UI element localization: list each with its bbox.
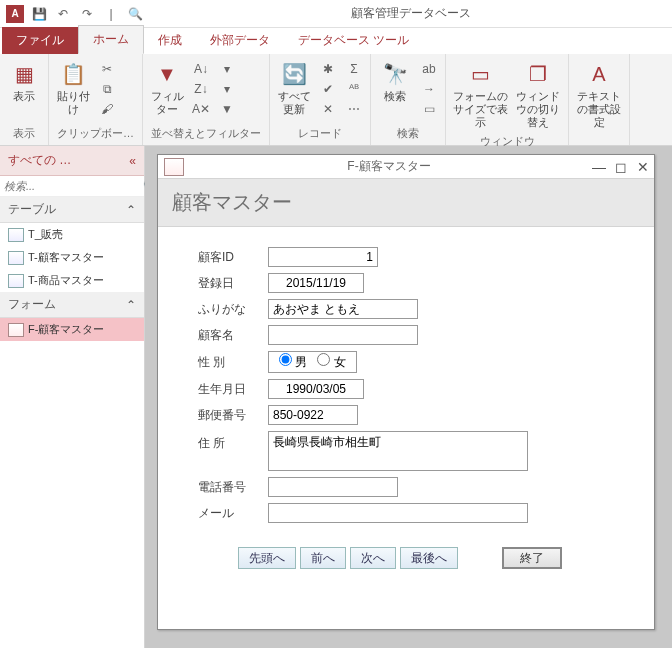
field-birth[interactable]	[268, 379, 364, 399]
find-button[interactable]: 🔭 検索	[375, 58, 415, 105]
tab-file[interactable]: ファイル	[2, 27, 78, 54]
more-icon[interactable]: ⋯	[344, 100, 364, 118]
tab-dbtools[interactable]: データベース ツール	[284, 27, 423, 54]
nav-header[interactable]: すべての … «	[0, 146, 144, 176]
gender-group: 男 女	[268, 351, 357, 373]
label-gender: 性 別	[198, 354, 268, 371]
ribbon: ▦ 表示 表示 📋 貼り付け ✂ ⧉ 🖌 クリップボー… ▼ フィルター	[0, 54, 672, 146]
copy-icon[interactable]: ⧉	[97, 80, 117, 98]
collapse-icon[interactable]: ⌃	[126, 203, 136, 217]
label-furigana: ふりがな	[198, 301, 268, 318]
last-button[interactable]: 最後へ	[400, 547, 458, 569]
switch-window-button[interactable]: ❐ ウィンドウの切り替え	[512, 58, 564, 132]
windows-icon: ❐	[524, 60, 552, 88]
field-regdate[interactable]	[268, 273, 364, 293]
refresh-icon: 🔄	[280, 60, 308, 88]
form-size-icon: ▭	[466, 60, 494, 88]
nav-table-sales[interactable]: T_販売	[0, 223, 144, 246]
label-mail: メール	[198, 505, 268, 522]
refresh-button[interactable]: 🔄 すべて更新	[274, 58, 314, 118]
next-button[interactable]: 次へ	[350, 547, 396, 569]
label-addr: 住 所	[198, 431, 268, 452]
format-painter-icon[interactable]: 🖌	[97, 100, 117, 118]
cut-icon[interactable]: ✂	[97, 60, 117, 78]
toggle-filter-icon[interactable]: ▼	[217, 100, 237, 118]
redo-icon[interactable]: ↷	[78, 5, 96, 23]
text-a-icon: A	[585, 60, 613, 88]
label-birth: 生年月日	[198, 381, 268, 398]
radio-female[interactable]: 女	[317, 353, 345, 371]
nav-group-forms[interactable]: フォーム ⌃	[0, 292, 144, 318]
nav-search[interactable]: 🔍	[0, 176, 144, 197]
maximize-button[interactable]: ◻	[610, 159, 632, 175]
fit-form-button[interactable]: ▭ フォームのサイズで表示	[450, 58, 510, 132]
filter-button[interactable]: ▼ フィルター	[147, 58, 187, 118]
record-nav-buttons: 先頭へ 前へ 次へ 最後へ 終了	[198, 529, 638, 569]
tab-external[interactable]: 外部データ	[196, 27, 284, 54]
undo-icon[interactable]: ↶	[54, 5, 72, 23]
form-icon	[164, 158, 184, 176]
form-window: F-顧客マスター — ◻ ✕ 顧客マスター 顧客ID 登録日 ふりがな	[157, 154, 655, 630]
nav-form-customer[interactable]: F-顧客マスター	[0, 318, 144, 341]
sort-asc-icon[interactable]: A↓	[191, 60, 211, 78]
titlebar: A 💾 ↶ ↷ | 🔍 顧客管理データベース	[0, 0, 672, 28]
field-tel[interactable]	[268, 477, 398, 497]
new-icon[interactable]: ✱	[318, 60, 338, 78]
group-find-label: 検索	[375, 124, 441, 143]
collapse-icon[interactable]: ⌃	[126, 298, 136, 312]
label-tel: 電話番号	[198, 479, 268, 496]
select-icon[interactable]: ▭	[419, 100, 439, 118]
clear-sort-icon[interactable]: A✕	[191, 100, 211, 118]
binoculars-icon: 🔭	[381, 60, 409, 88]
app-icon: A	[6, 5, 24, 23]
goto-icon[interactable]: →	[419, 80, 439, 98]
tab-home[interactable]: ホーム	[78, 25, 144, 54]
label-regdate: 登録日	[198, 275, 268, 292]
nav-table-customer[interactable]: T-顧客マスター	[0, 246, 144, 269]
field-mail[interactable]	[268, 503, 528, 523]
zoom-icon[interactable]: 🔍	[126, 5, 144, 23]
label-id: 顧客ID	[198, 249, 268, 266]
group-sort-label: 並べ替えとフィルター	[147, 124, 265, 143]
search-input[interactable]	[4, 180, 143, 192]
totals-icon[interactable]: Σ	[344, 60, 364, 78]
group-rec-label: レコード	[274, 124, 366, 143]
view-button[interactable]: ▦ 表示	[4, 58, 44, 105]
spelling-icon[interactable]: ᴬᴮ	[344, 80, 364, 98]
workspace: すべての … « 🔍 テーブル ⌃ T_販売 T-顧客マスター T-商品マスター…	[0, 146, 672, 648]
first-button[interactable]: 先頭へ	[238, 547, 296, 569]
tab-create[interactable]: 作成	[144, 27, 196, 54]
group-clip-label: クリップボー…	[53, 124, 138, 143]
field-addr[interactable]	[268, 431, 528, 471]
chevron-left-icon[interactable]: «	[129, 154, 136, 168]
form-body: 顧客ID 登録日 ふりがな 顧客名 性 別	[158, 227, 654, 579]
field-name[interactable]	[268, 325, 418, 345]
nav-table-product[interactable]: T-商品マスター	[0, 269, 144, 292]
advanced-icon[interactable]: ▾	[217, 80, 237, 98]
prev-button[interactable]: 前へ	[300, 547, 346, 569]
delete-icon[interactable]: ✕	[318, 100, 338, 118]
window-title: 顧客管理データベース	[150, 5, 672, 22]
clipboard-icon: 📋	[59, 60, 87, 88]
funnel-icon: ▼	[153, 60, 181, 88]
sort-desc-icon[interactable]: Z↓	[191, 80, 211, 98]
close-button[interactable]: ✕	[632, 159, 654, 175]
paste-button[interactable]: 📋 貼り付け	[53, 58, 93, 118]
selection-icon[interactable]: ▾	[217, 60, 237, 78]
label-zip: 郵便番号	[198, 407, 268, 424]
nav-group-tables[interactable]: テーブル ⌃	[0, 197, 144, 223]
form-header: 顧客マスター	[158, 179, 654, 227]
minimize-button[interactable]: —	[588, 159, 610, 175]
save-icon[interactable]: 💾	[30, 5, 48, 23]
field-furigana[interactable]	[268, 299, 418, 319]
text-format-button[interactable]: A テキストの書式設定	[573, 58, 625, 132]
radio-male[interactable]: 男	[279, 353, 307, 371]
field-id	[268, 247, 378, 267]
ribbon-tabs: ファイル ホーム 作成 外部データ データベース ツール	[0, 28, 672, 54]
navigation-pane: すべての … « 🔍 テーブル ⌃ T_販売 T-顧客マスター T-商品マスター…	[0, 146, 145, 648]
field-zip[interactable]	[268, 405, 358, 425]
save-rec-icon[interactable]: ✔	[318, 80, 338, 98]
end-button[interactable]: 終了	[502, 547, 562, 569]
group-view-label: 表示	[4, 124, 44, 143]
replace-icon[interactable]: ab	[419, 60, 439, 78]
